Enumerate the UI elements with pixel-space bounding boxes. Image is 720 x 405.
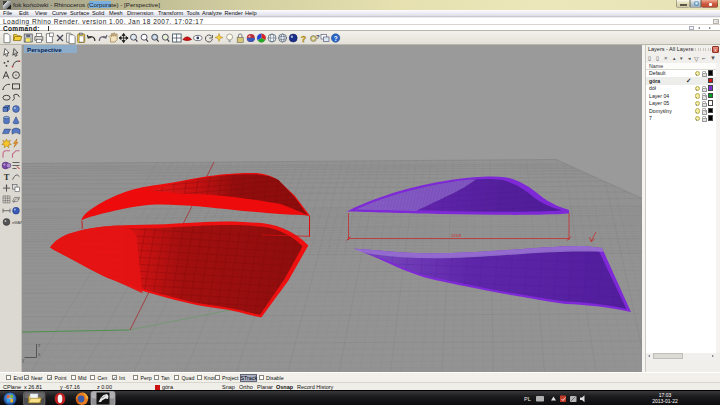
svg-text:PL: PL (524, 396, 531, 402)
svg-text:?: ? (334, 35, 338, 42)
svg-text:.: . (17, 51, 18, 57)
svg-text:eMAP: eMAP (12, 220, 22, 225)
svg-text:?: ? (301, 34, 307, 44)
svg-text:123.8: 123.8 (451, 233, 462, 238)
svg-text:T: T (4, 172, 10, 182)
svg-text:?: ? (316, 34, 320, 40)
